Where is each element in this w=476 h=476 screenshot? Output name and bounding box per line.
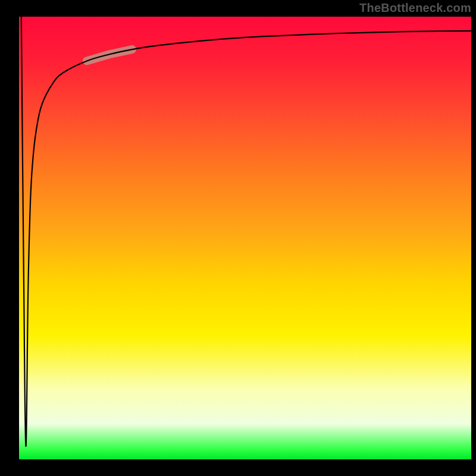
attribution-label: TheBottleneck.com <box>359 1 471 15</box>
curve-svg <box>19 17 471 459</box>
plot-area <box>19 17 471 459</box>
chart-frame: TheBottleneck.com <box>0 0 476 476</box>
bottleneck-curve <box>21 17 471 446</box>
